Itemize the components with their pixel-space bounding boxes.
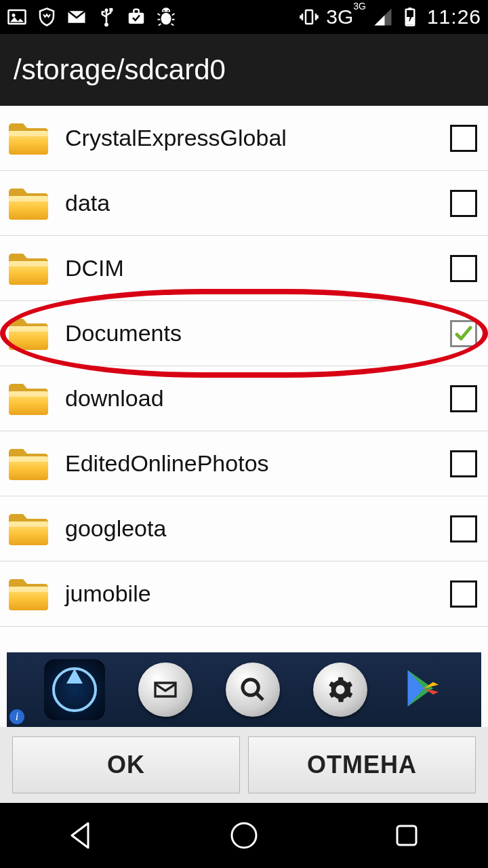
svg-point-10	[167, 10, 169, 12]
folder-icon	[7, 120, 50, 157]
folder-checkbox[interactable]	[450, 580, 477, 608]
gmail-icon	[66, 7, 87, 27]
svg-point-8	[161, 13, 171, 25]
folder-checkbox[interactable]	[450, 125, 477, 152]
svg-rect-11	[306, 10, 312, 24]
svg-rect-16	[9, 131, 48, 136]
status-bar: 3G3G 11:26	[0, 0, 488, 34]
system-nav-bar	[0, 803, 488, 868]
folder-name: download	[65, 385, 450, 412]
folder-checkbox[interactable]	[450, 320, 477, 347]
svg-rect-28	[9, 521, 48, 527]
svg-rect-6	[109, 8, 113, 12]
folder-list[interactable]: CrystalExpressGlobal data DCIM Documents…	[0, 106, 488, 650]
vibrate-icon	[299, 7, 319, 27]
svg-point-32	[232, 823, 256, 848]
svg-rect-24	[9, 391, 48, 397]
ad-play-store-icon[interactable]	[401, 667, 444, 713]
folder-icon	[7, 511, 50, 547]
picture-icon	[7, 7, 27, 27]
folder-checkbox[interactable]	[450, 450, 477, 477]
app-bar: /storage/sdcard0	[0, 34, 488, 106]
current-path: /storage/sdcard0	[14, 54, 226, 86]
folder-name: DCIM	[65, 255, 450, 281]
folder-row[interactable]: data	[0, 171, 488, 236]
svg-point-31	[243, 679, 258, 695]
folder-row[interactable]: download	[0, 366, 488, 431]
svg-rect-20	[9, 261, 48, 267]
ad-gear-icon[interactable]	[313, 663, 367, 717]
network-type-label: 3G3G	[326, 5, 366, 28]
usb-icon	[96, 7, 117, 27]
folder-name: googleota	[65, 515, 450, 542]
folder-icon	[7, 576, 50, 612]
svg-rect-33	[397, 826, 416, 845]
svg-rect-26	[9, 456, 48, 462]
ad-info-icon[interactable]: i	[9, 709, 24, 724]
folder-name: Documents	[65, 320, 450, 347]
folder-row[interactable]: Documents	[0, 301, 488, 366]
svg-rect-13	[408, 7, 411, 10]
folder-icon	[7, 185, 50, 222]
folder-row[interactable]: googleota	[0, 496, 488, 561]
folder-checkbox[interactable]	[450, 385, 477, 412]
folder-row[interactable]: EditedOnlinePhotos	[0, 431, 488, 496]
cancel-button[interactable]: ОТМЕНА	[248, 736, 476, 793]
nav-recent-button[interactable]	[386, 815, 427, 856]
nav-home-button[interactable]	[224, 815, 264, 856]
ad-mail-icon[interactable]	[138, 663, 192, 717]
svg-point-1	[12, 14, 16, 17]
battery-charging-icon	[400, 7, 420, 27]
ad-banner[interactable]: i	[7, 652, 481, 727]
network-sup-text: 3G	[353, 1, 366, 12]
folder-name: EditedOnlinePhotos	[65, 450, 450, 477]
folder-icon	[7, 250, 50, 287]
folder-icon	[7, 315, 50, 352]
clock-text: 11:26	[427, 5, 481, 28]
svg-point-9	[163, 10, 165, 12]
svg-point-5	[104, 22, 108, 26]
signal-icon	[373, 7, 393, 27]
folder-name: data	[65, 190, 450, 216]
dialog-button-bar: OK ОТМЕНА	[0, 727, 488, 803]
svg-rect-22	[9, 326, 48, 332]
briefcase-icon	[126, 7, 146, 27]
folder-checkbox[interactable]	[450, 515, 477, 542]
folder-name: CrystalExpressGlobal	[65, 125, 450, 151]
ad-search-icon[interactable]	[226, 663, 280, 717]
network-3g-text: 3G	[326, 5, 353, 28]
folder-icon	[7, 380, 50, 417]
shield-m-icon	[37, 7, 57, 27]
folder-checkbox[interactable]	[450, 190, 477, 217]
nav-back-button[interactable]	[61, 815, 102, 856]
svg-rect-18	[9, 196, 48, 201]
ad-app-icon[interactable]	[44, 659, 105, 720]
ok-button[interactable]: OK	[12, 736, 240, 793]
svg-rect-30	[9, 587, 48, 592]
folder-row[interactable]: CrystalExpressGlobal	[0, 106, 488, 171]
folder-icon	[7, 446, 50, 482]
android-debug-icon	[156, 7, 176, 27]
folder-row[interactable]: DCIM	[0, 236, 488, 301]
folder-name: jumobile	[65, 580, 450, 607]
folder-checkbox[interactable]	[450, 255, 477, 282]
folder-row[interactable]: jumobile	[0, 561, 488, 627]
